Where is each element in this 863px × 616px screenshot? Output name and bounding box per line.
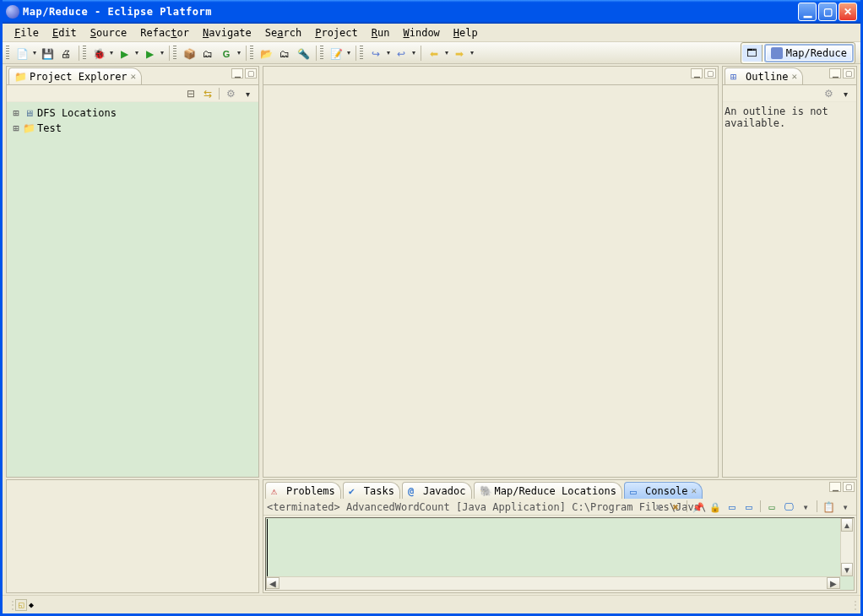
new-class-button[interactable] [199, 45, 216, 62]
tab-close-icon[interactable]: ✕ [692, 485, 697, 496]
annotation-dropdown[interactable]: ▾ [345, 45, 352, 62]
open-type-button[interactable] [218, 45, 235, 62]
ext-run-button[interactable] [141, 45, 158, 62]
console-output[interactable]: ▲ ▼ ◀ ▶ [265, 517, 855, 591]
remove-launch-button[interactable] [651, 500, 666, 514]
maximize-button[interactable] [818, 3, 837, 21]
menu-window[interactable]: Window [396, 25, 446, 41]
tree-item-dfs[interactable]: ⊞ DFS Locations [8, 105, 257, 121]
tab-tasks[interactable]: Tasks [343, 482, 400, 499]
maximize-view-button[interactable]: ▢ [245, 68, 257, 78]
view-settings-button[interactable] [223, 87, 238, 100]
forward-dropdown[interactable]: ▾ [469, 45, 475, 62]
perspective-mapreduce-button[interactable]: Map/Reduce [764, 44, 854, 62]
scroll-left-button[interactable]: ◀ [266, 577, 280, 589]
menu-search[interactable]: Search [258, 25, 308, 41]
remove-all-launch-button[interactable] [668, 500, 683, 514]
display-console-button[interactable] [781, 500, 796, 514]
minimize-view-button[interactable]: ▁ [829, 68, 841, 78]
new-package-button[interactable] [181, 45, 198, 62]
expander-icon[interactable]: ⊞ [10, 122, 22, 134]
menu-help[interactable]: Help [447, 25, 485, 41]
explorer-tree[interactable]: ⊞ DFS Locations ⊞ Test [7, 102, 258, 477]
back-dropdown[interactable]: ▾ [443, 45, 450, 62]
tab-console[interactable]: Console ✕ [624, 482, 703, 499]
scroll-down-button[interactable]: ▼ [841, 563, 853, 576]
print-button[interactable] [57, 45, 74, 62]
expander-icon[interactable]: ⊞ [10, 107, 22, 119]
next-annotation-button[interactable] [367, 45, 384, 62]
toolbar-grip[interactable] [250, 46, 253, 61]
toolbar-grip[interactable] [83, 46, 86, 61]
maximize-view-button[interactable]: ▢ [704, 68, 716, 78]
prev-dropdown[interactable]: ▾ [410, 45, 417, 62]
minimize-button[interactable] [798, 3, 817, 21]
tab-mrlocations[interactable]: Map/Reduce Locations [474, 482, 623, 499]
show-out-button[interactable] [741, 500, 757, 514]
menu-icon [844, 88, 848, 100]
outline-tab[interactable]: Outline ✕ [725, 68, 803, 84]
run-button[interactable] [116, 45, 133, 62]
maximize-view-button[interactable]: ▢ [843, 68, 855, 78]
lock-button[interactable] [708, 500, 723, 514]
vertical-scrollbar[interactable]: ▲ ▼ [840, 518, 854, 576]
annotation-icon [330, 46, 343, 60]
menu-run[interactable]: Run [365, 25, 397, 41]
save-button[interactable] [39, 45, 56, 62]
forward-button[interactable] [451, 45, 468, 62]
menu-edit[interactable]: Edit [46, 25, 84, 41]
minimize-view-button[interactable]: ▁ [829, 482, 841, 492]
debug-button[interactable] [90, 45, 107, 62]
tab-problems[interactable]: Problems [265, 482, 341, 499]
collapse-all-button[interactable] [183, 87, 198, 100]
tab-close-icon[interactable]: ✕ [792, 71, 798, 82]
ext-run-dropdown[interactable]: ▾ [159, 45, 166, 62]
view-menu-button[interactable] [240, 87, 255, 100]
menu-project[interactable]: Project [308, 25, 365, 41]
scroll-right-button[interactable]: ▶ [827, 577, 840, 589]
minimize-view-button[interactable]: ▁ [231, 68, 243, 78]
minimize-view-button[interactable]: ▁ [691, 68, 703, 78]
back-button[interactable] [426, 45, 442, 62]
search-button[interactable] [295, 45, 312, 62]
view-settings-button[interactable] [821, 87, 836, 100]
tab-close-icon[interactable]: ✕ [131, 71, 137, 82]
open-task-button[interactable] [276, 45, 293, 62]
link-editor-button[interactable] [200, 87, 215, 100]
editor-body[interactable] [263, 85, 718, 477]
horizontal-scrollbar[interactable]: ◀ ▶ [266, 576, 840, 590]
open-console-button[interactable]: 📋 [821, 500, 836, 514]
menu-refactor[interactable]: Refactor [133, 25, 196, 41]
tree-item-test[interactable]: ⊞ Test [8, 121, 257, 136]
type-dropdown[interactable]: ▾ [236, 45, 242, 62]
menu-source[interactable]: Source [84, 25, 133, 41]
toolbar-grip[interactable] [320, 46, 323, 61]
open-console-dropdown[interactable]: ▾ [838, 500, 853, 514]
new-button[interactable] [14, 45, 30, 62]
close-button[interactable]: ✕ [839, 3, 857, 21]
scroll-up-button[interactable]: ▲ [841, 518, 853, 532]
clear-console-button[interactable] [725, 500, 740, 514]
maximize-view-button[interactable]: ▢ [843, 482, 855, 492]
menu-navigate[interactable]: Navigate [196, 25, 258, 41]
pin-console-button[interactable] [764, 500, 779, 514]
annotation-button[interactable] [328, 45, 345, 62]
tab-javadoc[interactable]: Javadoc [402, 482, 472, 499]
save-icon [41, 46, 54, 60]
debug-dropdown[interactable]: ▾ [108, 45, 115, 62]
prev-annotation-button[interactable] [393, 45, 410, 62]
new-dropdown[interactable]: ▾ [31, 45, 38, 62]
view-menu-button[interactable] [838, 87, 853, 100]
status-icon[interactable]: ◱ [15, 599, 27, 611]
console-dropdown[interactable]: ▾ [798, 500, 813, 514]
project-explorer-tab[interactable]: Project Explorer ✕ [8, 68, 142, 84]
perspective-open-button[interactable]: 🗔 [742, 45, 763, 62]
open-button[interactable] [258, 45, 274, 62]
scroll-lock-button[interactable] [691, 500, 706, 514]
toolbar-grip[interactable] [6, 46, 9, 61]
toolbar-grip[interactable] [173, 46, 176, 61]
next-dropdown[interactable]: ▾ [385, 45, 392, 62]
toolbar-grip[interactable] [360, 46, 363, 61]
menu-file[interactable]: File [8, 25, 46, 41]
run-dropdown[interactable]: ▾ [133, 45, 140, 62]
